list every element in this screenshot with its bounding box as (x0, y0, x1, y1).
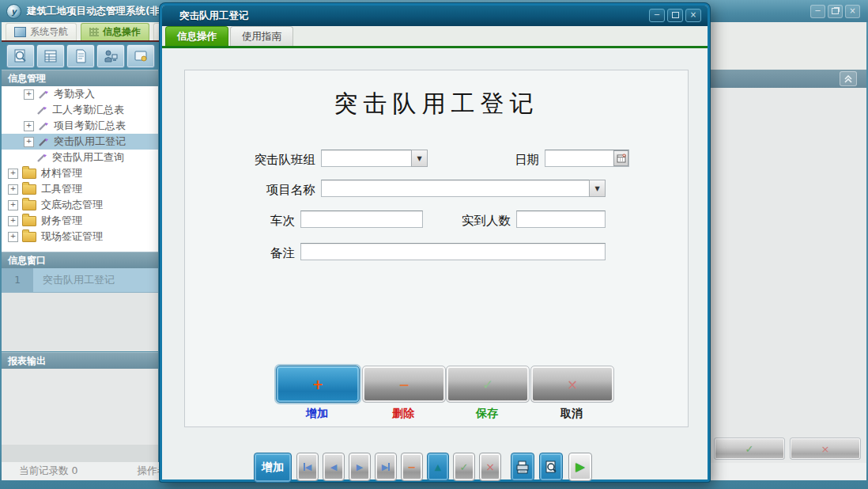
expand-icon[interactable]: + (8, 216, 18, 226)
dialog-maximize-button[interactable] (667, 9, 683, 22)
plus-icon: + (312, 377, 323, 392)
add-button-label: 增加 (276, 407, 358, 421)
dialog-tabbar: 信息操作 使用指南 (162, 26, 708, 46)
tree-item-project-attendance-summary[interactable]: + 项目考勤汇总表 (2, 118, 158, 134)
calendar-button[interactable] (613, 150, 628, 166)
run-button[interactable]: ▶ (568, 453, 592, 481)
first-record-icon: ◀ (305, 462, 311, 472)
tree-item-material-management[interactable]: + 材料管理 (2, 165, 158, 181)
assault-team-combobox[interactable] (321, 150, 412, 167)
tree-item-disclosure-management[interactable]: + 交底动态管理 (2, 197, 158, 213)
application-window: y 建筑工地项目动态管理系统(非注册版) − × 系统导航 信息操作 (0, 0, 868, 489)
expand-icon[interactable]: + (8, 169, 18, 179)
tree-item-assault-team-registration[interactable]: + 突击队用工登记 (2, 134, 158, 150)
info-window-list: 1 突击队用工登记 (2, 268, 158, 351)
info-window-row[interactable]: 1 突击队用工登记 (2, 268, 158, 293)
toolbar-users-button[interactable] (96, 44, 125, 68)
toolbar-add-button[interactable]: 增加 (254, 453, 292, 483)
dialog-titlebar[interactable]: 突击队用工登记 (162, 6, 708, 26)
report-output-panel (2, 369, 158, 445)
expand-icon[interactable]: + (24, 121, 34, 131)
printer-icon (515, 461, 530, 474)
nav-next-button[interactable]: ▶ (349, 453, 371, 481)
toolbar-search-button[interactable] (6, 44, 35, 68)
edit-icon (38, 121, 50, 131)
collapse-chevron-button[interactable] (840, 71, 857, 86)
cancel-record-button[interactable]: × (479, 453, 501, 481)
combo-arrow-icon[interactable]: ▼ (411, 150, 428, 167)
cancel-button-label: 取消 (530, 407, 613, 421)
triangle-up-icon: ▲ (435, 462, 441, 472)
grid-icon (89, 28, 99, 36)
add-button[interactable]: + (276, 366, 360, 403)
tab-system-navigation[interactable]: 系统导航 (6, 23, 77, 40)
toolbar-window-button[interactable] (126, 44, 155, 68)
tree-item-assault-team-query[interactable]: 突击队用工查询 (2, 150, 158, 165)
combo-arrow-icon[interactable]: ▼ (589, 180, 606, 197)
preview-button[interactable] (539, 453, 563, 481)
dialog-tab-user-guide[interactable]: 使用指南 (230, 26, 293, 46)
section-header-info-window[interactable]: 信息窗口 (2, 252, 158, 268)
folder-icon (22, 184, 36, 195)
main-close-button[interactable]: × (845, 5, 860, 18)
actual-headcount-field[interactable] (516, 210, 606, 228)
delete-button[interactable]: − (362, 366, 446, 403)
expand-icon[interactable]: + (24, 89, 34, 100)
report-table-icon (43, 49, 58, 63)
edit-record-button[interactable]: ▲ (427, 453, 449, 481)
save-button[interactable]: ✓ (446, 366, 530, 403)
window-icon (14, 27, 26, 37)
main-restore-button[interactable] (828, 5, 843, 18)
expand-icon[interactable]: + (24, 137, 34, 147)
folder-icon (22, 232, 36, 242)
edit-icon (36, 105, 48, 116)
row-label: 突击队用工登记 (33, 268, 158, 292)
toolbar-document-button[interactable] (66, 44, 95, 68)
cancel-button[interactable]: × (530, 366, 614, 403)
zoom-document-icon (13, 49, 28, 63)
right-panel-top (710, 22, 866, 70)
expand-icon[interactable]: + (8, 200, 18, 210)
bus-number-field[interactable] (300, 210, 423, 228)
tab-info-operation[interactable]: 信息操作 (81, 23, 149, 40)
minus-icon: − (398, 377, 409, 392)
dialog-close-button[interactable]: × (685, 9, 701, 22)
check-icon: ✓ (482, 377, 493, 392)
tree-item-site-visa-management[interactable]: + 现场签证管理 (2, 229, 158, 244)
form-panel: 突击队用工登记 突击队班组 ▼ 日期 项目名称 ▼ 车次 (184, 70, 689, 427)
tree-item-attendance-entry[interactable]: + 考勤录入 (2, 86, 158, 102)
print-button[interactable] (511, 453, 534, 481)
last-record-icon: ▶ (382, 462, 388, 472)
right-cancel-button[interactable]: × (790, 438, 861, 460)
app-logo-icon: y (6, 4, 21, 19)
user-computer-icon (103, 49, 119, 63)
label-remark: 备注 (232, 245, 295, 262)
dialog-tab-info-operation[interactable]: 信息操作 (165, 26, 228, 46)
expand-icon[interactable]: + (8, 184, 18, 195)
label-project-name: 项目名称 (232, 182, 315, 199)
post-record-button[interactable]: ✓ (453, 453, 475, 481)
project-name-combobox[interactable] (321, 180, 590, 197)
cross-icon: × (485, 461, 495, 473)
right-confirm-button[interactable]: ✓ (714, 438, 785, 460)
right-panel-body (708, 88, 866, 463)
nav-prev-button[interactable]: ◀ (323, 453, 345, 481)
double-chevron-up-icon (844, 75, 852, 83)
form-heading: 突击队用工登记 (185, 88, 688, 120)
remark-field[interactable] (300, 243, 606, 260)
tree-item-finance-management[interactable]: + 财务管理 (2, 213, 158, 229)
restore-icon (832, 8, 839, 14)
main-minimize-button[interactable]: − (810, 5, 825, 18)
tree-item-tool-management[interactable]: + 工具管理 (2, 181, 158, 197)
toolbar-report-button[interactable] (36, 44, 65, 68)
expand-icon[interactable]: + (8, 232, 18, 242)
tree-item-worker-attendance-summary[interactable]: 工人考勤汇总表 (2, 102, 158, 118)
nav-first-button[interactable]: ◀ (296, 453, 319, 481)
dialog-title: 突击队用工登记 (179, 9, 249, 23)
section-header-report-output[interactable]: 报表输出 (2, 352, 158, 369)
dialog-minimize-button[interactable]: − (649, 9, 665, 22)
nav-last-button[interactable]: ▶ (375, 453, 397, 481)
next-record-icon: ▶ (357, 462, 363, 472)
delete-record-button[interactable]: − (401, 453, 423, 481)
section-header-info-management[interactable]: 信息管理 (2, 70, 158, 86)
